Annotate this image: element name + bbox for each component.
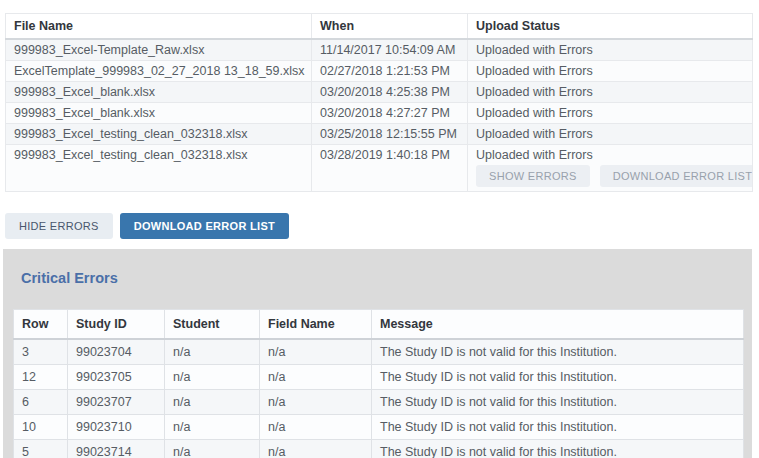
upload-table-row: 999983_Excel_blank.xlsx03/20/2018 4:27:2…: [6, 103, 753, 124]
upload-history-table: File Name When Upload Status 999983_Exce…: [5, 13, 753, 192]
study-id-cell: 99023714: [68, 440, 165, 458]
upload-status-cell: Uploaded with Errors: [468, 103, 753, 124]
error-table-row: 699023707n/an/aThe Study ID is not valid…: [14, 390, 744, 415]
message-cell: The Study ID is not valid for this Insti…: [372, 339, 744, 365]
study-id-cell: 99023705: [68, 365, 165, 390]
student-cell: n/a: [165, 440, 260, 458]
upload-status-text: Uploaded with Errors: [476, 43, 593, 57]
file-name-cell: 999983_Excel_blank.xlsx: [6, 103, 312, 124]
column-header-when: When: [312, 14, 468, 40]
field-name-cell: n/a: [260, 390, 372, 415]
row-cell: 10: [14, 415, 68, 440]
upload-table-row: ExcelTemplate_999983_02_27_2018 13_18_59…: [6, 61, 753, 82]
file-name-cell: 999983_Excel-Template_Raw.xlsx: [6, 39, 312, 61]
study-id-cell: 99023710: [68, 415, 165, 440]
critical-errors-panel: Critical Errors Row Study ID Student Fie…: [3, 249, 752, 458]
upload-status-cell: Uploaded with Errors: [468, 39, 753, 61]
upload-status-text: Uploaded with Errors: [476, 148, 593, 162]
file-name-cell: ExcelTemplate_999983_02_27_2018 13_18_59…: [6, 61, 312, 82]
row-cell: 6: [14, 390, 68, 415]
row-cell: 3: [14, 339, 68, 365]
upload-status-text: Uploaded with Errors: [476, 64, 593, 78]
when-cell: 03/20/2018 4:25:38 PM: [312, 82, 468, 103]
column-header-row: Row: [14, 310, 68, 340]
when-cell: 11/14/2017 10:54:09 AM: [312, 39, 468, 61]
column-header-message: Message: [372, 310, 744, 340]
message-cell: The Study ID is not valid for this Insti…: [372, 365, 744, 390]
upload-status-text: Uploaded with Errors: [476, 106, 593, 120]
field-name-cell: n/a: [260, 365, 372, 390]
error-table-row: 599023714n/an/aThe Study ID is not valid…: [14, 440, 744, 458]
upload-status-text: Uploaded with Errors: [476, 127, 593, 141]
student-cell: n/a: [165, 415, 260, 440]
error-actions-toolbar: HIDE ERRORS DOWNLOAD ERROR LIST: [5, 213, 759, 239]
when-cell: 03/25/2018 12:15:55 PM: [312, 124, 468, 145]
upload-table-row: 999983_Excel_testing_clean_032318.xlsx03…: [6, 124, 753, 145]
study-id-cell: 99023704: [68, 339, 165, 365]
upload-status-cell: Uploaded with Errors: [468, 124, 753, 145]
file-name-cell: 999983_Excel_testing_clean_032318.xlsx: [6, 124, 312, 145]
when-cell: 02/27/2018 1:21:53 PM: [312, 61, 468, 82]
upload-table-row: 999983_Excel_blank.xlsx03/20/2018 4:25:3…: [6, 82, 753, 103]
hide-errors-button[interactable]: HIDE ERRORS: [5, 213, 113, 239]
column-header-student: Student: [165, 310, 260, 340]
show-errors-button[interactable]: SHOW ERRORS: [476, 165, 590, 187]
column-header-field-name: Field Name: [260, 310, 372, 340]
upload-table-row: 999983_Excel-Template_Raw.xlsx11/14/2017…: [6, 39, 753, 61]
upload-status-cell: Uploaded with Errors: [468, 61, 753, 82]
error-table-row: 1299023705n/an/aThe Study ID is not vali…: [14, 365, 744, 390]
message-cell: The Study ID is not valid for this Insti…: [372, 390, 744, 415]
field-name-cell: n/a: [260, 339, 372, 365]
field-name-cell: n/a: [260, 440, 372, 458]
message-cell: The Study ID is not valid for this Insti…: [372, 440, 744, 458]
error-table-row: 1099023710n/an/aThe Study ID is not vali…: [14, 415, 744, 440]
row-error-buttons: SHOW ERRORSDOWNLOAD ERROR LIST: [476, 165, 744, 187]
student-cell: n/a: [165, 390, 260, 415]
critical-errors-table: Row Study ID Student Field Name Message …: [13, 309, 744, 458]
column-header-upload-status: Upload Status: [468, 14, 753, 40]
download-error-list-button-primary[interactable]: DOWNLOAD ERROR LIST: [120, 213, 289, 239]
message-cell: The Study ID is not valid for this Insti…: [372, 415, 744, 440]
critical-errors-title: Critical Errors: [21, 270, 742, 286]
when-cell: 03/28/2019 1:40:18 PM: [312, 145, 468, 192]
download-error-list-button[interactable]: DOWNLOAD ERROR LIST: [600, 165, 753, 187]
row-cell: 5: [14, 440, 68, 458]
errors-table-header-row: Row Study ID Student Field Name Message: [14, 310, 744, 340]
upload-table-header-row: File Name When Upload Status: [6, 14, 753, 40]
student-cell: n/a: [165, 339, 260, 365]
upload-status-cell: Uploaded with Errors: [468, 82, 753, 103]
student-cell: n/a: [165, 365, 260, 390]
upload-table-row: 999983_Excel_testing_clean_032318.xlsx03…: [6, 145, 753, 192]
error-table-row: 399023704n/an/aThe Study ID is not valid…: [14, 339, 744, 365]
column-header-file-name: File Name: [6, 14, 312, 40]
field-name-cell: n/a: [260, 415, 372, 440]
row-cell: 12: [14, 365, 68, 390]
file-name-cell: 999983_Excel_blank.xlsx: [6, 82, 312, 103]
when-cell: 03/20/2018 4:27:27 PM: [312, 103, 468, 124]
upload-status-cell: Uploaded with ErrorsSHOW ERRORSDOWNLOAD …: [468, 145, 753, 192]
column-header-study-id: Study ID: [68, 310, 165, 340]
upload-status-text: Uploaded with Errors: [476, 85, 593, 99]
file-name-cell: 999983_Excel_testing_clean_032318.xlsx: [6, 145, 312, 192]
study-id-cell: 99023707: [68, 390, 165, 415]
